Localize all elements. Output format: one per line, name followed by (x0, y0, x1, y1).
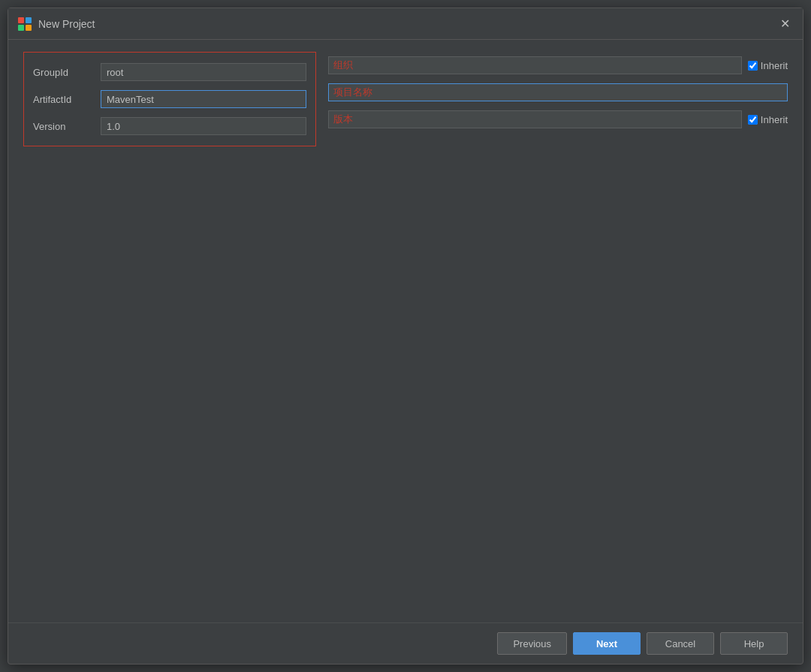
org-row: 组织 Inherit (328, 52, 788, 79)
svg-rect-2 (18, 25, 24, 31)
title-bar: New Project ✕ (8, 8, 803, 40)
artifactid-label: ArtifactId (33, 94, 101, 105)
title-bar-left: New Project (17, 17, 95, 32)
groupid-row: GroupId (33, 59, 306, 86)
org-input[interactable] (328, 56, 742, 74)
version-inherit-label: Inherit (761, 114, 788, 125)
previous-button[interactable]: Previous (497, 632, 567, 655)
org-inherit-label: Inherit (761, 60, 788, 71)
project-input-wrap: 项目名称 (328, 83, 788, 101)
right-form-section: 组织 Inherit 项目名称 (328, 52, 788, 146)
version-inherit-group: Inherit (748, 114, 788, 125)
form-area: GroupId ArtifactId Version (23, 52, 788, 146)
main-content: GroupId ArtifactId Version (8, 40, 803, 622)
svg-rect-0 (18, 17, 24, 23)
version-right-input-wrap: 版本 (328, 110, 742, 128)
left-form-section: GroupId ArtifactId Version (23, 52, 316, 146)
org-input-wrap: 组织 (328, 56, 742, 74)
svg-rect-3 (26, 25, 32, 31)
cancel-button[interactable]: Cancel (647, 632, 714, 655)
project-input[interactable] (328, 83, 788, 101)
groupid-input[interactable] (101, 63, 306, 81)
version-input[interactable] (101, 117, 306, 135)
app-icon (17, 17, 32, 32)
artifactid-input[interactable] (101, 90, 306, 108)
version-right-input[interactable] (328, 110, 742, 128)
dialog-footer: Previous Next Cancel Help (8, 622, 803, 664)
svg-rect-1 (26, 17, 32, 23)
groupid-label: GroupId (33, 67, 101, 78)
new-project-dialog: New Project ✕ GroupId ArtifactId (8, 8, 803, 664)
close-button[interactable]: ✕ (776, 15, 794, 33)
project-row: 项目名称 (328, 79, 788, 106)
next-button[interactable]: Next (573, 632, 641, 655)
version-row: Version (33, 113, 306, 140)
org-inherit-group: Inherit (748, 60, 788, 71)
help-button[interactable]: Help (720, 632, 788, 655)
version-right-row: 版本 Inherit (328, 106, 788, 133)
version-inherit-checkbox[interactable] (748, 115, 758, 125)
window-title: New Project (38, 18, 95, 30)
artifactid-row: ArtifactId (33, 86, 306, 113)
org-inherit-checkbox[interactable] (748, 61, 758, 71)
version-label: Version (33, 121, 101, 132)
